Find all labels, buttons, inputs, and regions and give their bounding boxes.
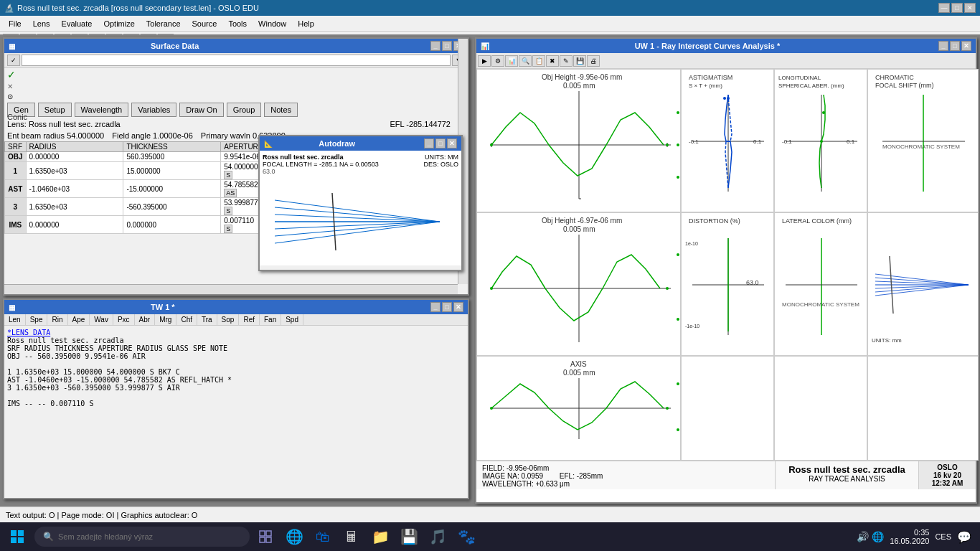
svg-text:-0.1: -0.1 [782,138,792,145]
taskbar-edge[interactable]: 🌐 [281,524,307,550]
menu-help[interactable]: Help [292,18,320,29]
surface-hscroll[interactable] [4,284,458,294]
ray-tool-3[interactable]: 📊 [505,55,518,67]
surface-buttons-row: Gen Setup Wavelength Variables Draw On G… [4,101,468,118]
ray-tool-6[interactable]: ✖ [546,55,559,67]
minimize-btn[interactable]: — [938,3,950,13]
svg-line-1 [275,207,440,222]
start-button[interactable] [3,524,32,550]
radius-ims [26,216,123,234]
chrom-title: CHROMATIC [875,74,914,81]
conic-icon: ⊙ [7,93,13,100]
svg-point-57 [490,407,493,410]
chrom-note: MONOCHROMATIC SYSTEM [882,143,960,150]
menu-lens[interactable]: Lens [27,18,56,29]
taskbar-app1[interactable]: 🎵 [425,524,451,550]
tab-fan[interactable]: Fan [260,314,281,325]
surf-tool-1[interactable]: ✓ [7,55,20,66]
title-bar: 🔬 Ross null test sec. zrcadla [ross null… [0,0,980,16]
tw-line-2: SRF RADIUS THICKNESS APERTURE RADIUS GLA… [7,344,465,352]
menu-optimize[interactable]: Optimize [98,18,140,29]
close-btn[interactable]: ✕ [964,3,976,13]
app-icon: 🔬 [4,4,14,13]
tw-minimize[interactable]: _ [430,302,440,312]
autodraw-value: 63.0 [263,168,379,175]
draw-on-button[interactable]: Draw On [179,103,223,117]
autodraw-close[interactable]: ✕ [447,138,457,149]
menu-tools[interactable]: Tools [222,18,253,29]
ray-grid: Obj Height -9.95e-06 mm 0.005 mm [476,69,976,461]
wavelength-button[interactable]: Wavelength [75,103,129,117]
autodraw-minimize[interactable]: _ [424,138,434,149]
menu-tolerance[interactable]: Tolerance [141,18,187,29]
menu-file[interactable]: File [3,18,27,29]
lateral-panel: LATERAL COLOR (mm) MONOCHROMATIC SYSTEM [774,212,867,356]
ray-tool-2[interactable]: ⚙ [491,55,504,67]
group-button[interactable]: Group [227,103,262,117]
autodraw-maximize[interactable]: □ [435,138,446,149]
thickness-ims [123,216,221,234]
variables-button[interactable]: Variables [131,103,176,117]
tab-chf[interactable]: Chf [176,314,197,325]
svg-text:UNITS: mm: UNITS: mm [872,337,902,344]
taskbar-explorer[interactable]: 📁 [367,524,393,550]
tab-ape[interactable]: Ape [68,314,90,325]
tw-close[interactable]: ✕ [453,302,463,312]
ray-tool-1[interactable]: ▶ [478,55,491,67]
notes-button[interactable]: Notes [264,103,298,117]
tab-spd[interactable]: Spd [281,314,303,325]
tab-mrg[interactable]: Mrg [155,314,176,325]
astig-svg: ASTIGMATISM S × T + (mm) -0.1 0.1 [682,70,775,213]
taskbar-drive[interactable]: 💾 [396,524,422,550]
tab-pxc[interactable]: Pxc [113,314,135,325]
ray-tool-8[interactable]: 💾 [573,55,586,67]
tab-tra[interactable]: Tra [197,314,217,325]
ray-tool-7[interactable]: ✎ [560,55,573,67]
menu-window[interactable]: Window [253,18,292,29]
taskbar-store[interactable]: 🛍 [310,524,336,550]
tab-len[interactable]: Len [4,314,26,325]
svg-text:0.1: 0.1 [847,138,855,145]
surface-input[interactable] [22,55,451,66]
col-thickness: THICKNESS [123,142,221,152]
svg-rect-62 [18,530,24,536]
taskbar-calc[interactable]: 🖩 [339,524,364,550]
taskbar-taskview[interactable] [253,524,278,550]
ray-close[interactable]: ✕ [961,41,971,51]
tab-wav[interactable]: Wav [90,314,113,325]
tab-abr[interactable]: Abr [135,314,156,325]
search-bar[interactable]: 🔍 [34,527,250,547]
ray-maximize[interactable]: □ [950,41,960,51]
surface-minimize[interactable]: _ [430,41,440,51]
dist-svg: DISTORTION (%) 1e-10 -1e-10 63.0 [682,213,775,357]
astig-sub: S × T + (mm) [689,83,722,89]
ray-subtitle: RAY TRACE ANALYSIS [778,475,915,483]
surface-maximize[interactable]: □ [442,41,452,51]
plot1-label: Obj Height -9.95e-06 mm [542,73,622,81]
tab-sop[interactable]: Sop [217,314,240,325]
ray-tool-5[interactable]: 📋 [532,55,545,67]
setup-button[interactable]: Setup [38,103,72,117]
lens-data-link[interactable]: *LENS DATA [7,329,50,336]
svg-point-59 [677,382,679,385]
menu-evaluate[interactable]: Evaluate [56,18,98,29]
conic-section: ⊙ SRF [4,92,468,101]
check-icon[interactable]: ✓ [7,69,16,80]
search-input[interactable] [58,532,241,541]
maximize-btn[interactable]: □ [951,3,963,13]
tab-rin[interactable]: Rin [47,314,67,325]
ray-tool-4[interactable]: 🔍 [519,55,532,67]
notification-icon[interactable]: 💬 [957,530,971,544]
taskbar-app2[interactable]: 🐾 [453,524,479,550]
ray-tool-9[interactable]: 🖨 [587,55,600,67]
field-angle: Field angle 1.0000e-06 [112,131,193,140]
tab-ref[interactable]: Ref [239,314,260,325]
menu-source[interactable]: Source [187,18,223,29]
svg-point-58 [666,407,669,410]
lens-diagram-panel: UNITS: mm [867,212,979,356]
tw-line-6: 3 1.6350e+03 -560.395000 53.999877 S AIR [7,384,465,392]
long-title: LONGITUDINAL [778,75,821,81]
ray-minimize[interactable]: _ [938,41,948,51]
tab-spe[interactable]: Spe [26,314,48,325]
tw-maximize[interactable]: □ [442,302,452,312]
